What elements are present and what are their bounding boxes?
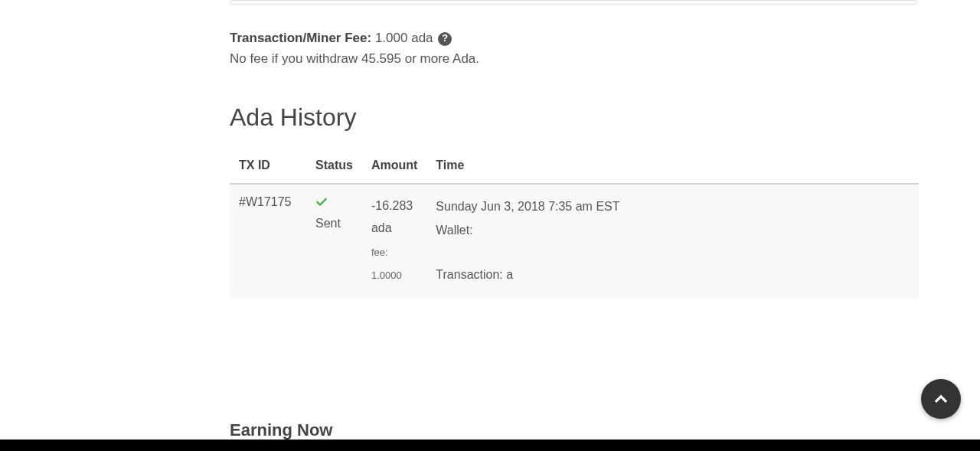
- fee-label: Transaction/Miner Fee:: [230, 31, 371, 45]
- table-row: #W17175 Sent -16.283 ada fee: 1.0000 Sun…: [230, 184, 919, 297]
- fee-value-small: 1.0000: [371, 266, 417, 286]
- status-text: Sent: [315, 217, 353, 230]
- col-header-time: Time: [426, 151, 919, 184]
- col-header-amount: Amount: [362, 151, 426, 184]
- amount-value-2: ada: [371, 217, 417, 240]
- wallet-label: Wallet:: [436, 219, 910, 242]
- input-outline-remnant: [230, 0, 917, 5]
- earning-heading: Earning Now: [230, 420, 919, 440]
- scroll-to-top-button[interactable]: [921, 379, 961, 419]
- help-icon[interactable]: ?: [438, 32, 452, 46]
- transaction-label: Transaction: a: [436, 263, 910, 286]
- fee-value: 1.000 ada: [375, 31, 433, 45]
- cell-status: Sent: [306, 184, 362, 297]
- fee-section: Transaction/Miner Fee: 1.000 ada ? No fe…: [230, 28, 919, 69]
- history-table: TX ID Status Amount Time #W17175 Sent -1…: [230, 151, 919, 297]
- footer-bar: [0, 440, 980, 451]
- col-header-txid: TX ID: [230, 151, 306, 184]
- history-heading: Ada History: [230, 103, 919, 132]
- col-header-status: Status: [306, 151, 362, 184]
- check-icon: [315, 195, 328, 210]
- cell-time: Sunday Jun 3, 2018 7:35 am EST Wallet: T…: [426, 184, 919, 297]
- fee-line: Transaction/Miner Fee: 1.000 ada ?: [230, 28, 919, 48]
- chevron-up-icon: [933, 391, 949, 407]
- cell-txid: #W17175: [230, 184, 306, 297]
- amount-value-1: -16.283: [371, 195, 417, 217]
- time-value: Sunday Jun 3, 2018 7:35 am EST: [436, 195, 910, 218]
- fee-label-small: fee:: [371, 243, 417, 263]
- fee-note: No fee if you withdraw 45.595 or more Ad…: [230, 48, 919, 69]
- cell-amount: -16.283 ada fee: 1.0000: [362, 184, 426, 297]
